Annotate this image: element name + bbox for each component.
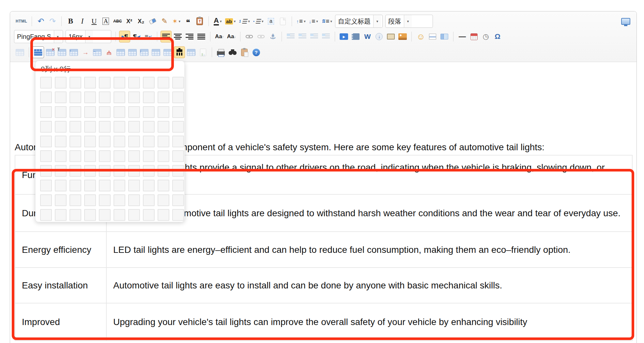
grid-cell[interactable] — [55, 194, 67, 206]
grid-cell[interactable] — [143, 106, 155, 118]
paragraph-spacing-before-button[interactable]: ↑≡▾ — [295, 15, 307, 27]
grid-cell[interactable] — [99, 209, 111, 221]
insert-video-button[interactable]: ▶ — [338, 31, 349, 42]
split-to-rows-button[interactable]: ↓ — [139, 46, 150, 58]
grid-cell[interactable] — [40, 136, 52, 147]
to-uppercase-button[interactable]: Aa↑ — [214, 31, 225, 42]
grid-cell[interactable] — [69, 77, 81, 89]
align-justify-button[interactable] — [196, 31, 207, 42]
grid-cell[interactable] — [40, 165, 52, 177]
grid-cell[interactable] — [128, 77, 140, 89]
grid-cell[interactable] — [114, 165, 125, 177]
feature-cell[interactable]: Energy efficiency — [15, 232, 106, 268]
insert-image-button[interactable] — [397, 31, 408, 42]
anchor-button[interactable]: ⚓ — [267, 31, 278, 42]
quote-block-button[interactable] — [297, 31, 308, 42]
grid-cell[interactable] — [40, 209, 52, 221]
font-color-button[interactable]: A▾ — [212, 15, 223, 27]
grid-cell[interactable] — [114, 77, 125, 89]
merge-cells-right-button[interactable] — [115, 46, 126, 58]
help-button[interactable]: ? — [251, 46, 262, 58]
grid-cell[interactable] — [158, 180, 169, 191]
grid-cell[interactable] — [40, 106, 52, 118]
align-right-button[interactable] — [184, 31, 195, 42]
grid-cell[interactable] — [55, 91, 67, 103]
grid-cell[interactable] — [143, 121, 155, 133]
delete-column-button[interactable]: Ψ — [103, 46, 115, 58]
grid-cell[interactable] — [128, 121, 140, 133]
grid-cell[interactable] — [99, 165, 111, 177]
blockquote-button[interactable]: ❝ — [182, 17, 193, 28]
underline-button[interactable]: U — [88, 15, 100, 27]
grid-cell[interactable] — [128, 150, 140, 162]
grid-cell[interactable] — [158, 136, 169, 147]
grid-cell[interactable] — [114, 180, 125, 191]
grid-cell[interactable] — [172, 180, 184, 191]
highlight-color-button[interactable]: ab▾ — [224, 15, 237, 27]
grid-cell[interactable] — [128, 194, 140, 206]
grid-cell[interactable] — [55, 150, 67, 162]
grid-cell[interactable] — [69, 150, 81, 162]
grid-cell[interactable] — [172, 150, 184, 162]
insert-column-button[interactable]: ← — [92, 46, 103, 58]
grid-cell[interactable] — [172, 121, 184, 133]
grid-cell[interactable] — [172, 91, 184, 103]
grid-cell[interactable] — [143, 194, 155, 206]
emoji-button[interactable]: ☺ — [415, 31, 426, 42]
grid-cell[interactable] — [99, 121, 111, 133]
grid-cell[interactable] — [55, 77, 67, 89]
grid-cell[interactable] — [128, 165, 140, 177]
grid-cell[interactable] — [84, 194, 96, 206]
split-cell-button[interactable] — [162, 46, 173, 58]
split-to-cols-button[interactable] — [150, 46, 161, 58]
new-page-button[interactable] — [277, 15, 288, 27]
redo-icon[interactable]: ↷ — [47, 15, 58, 27]
grid-cell[interactable] — [114, 121, 125, 133]
remove-format-button[interactable] — [147, 15, 158, 27]
grid-cell[interactable] — [128, 106, 140, 118]
grid-cell[interactable] — [114, 106, 125, 118]
grid-cell[interactable] — [84, 150, 96, 162]
word-paste-button[interactable] — [14, 46, 25, 58]
print-button[interactable] — [215, 46, 226, 58]
grid-cell[interactable] — [99, 194, 111, 206]
grid-cell[interactable] — [69, 136, 81, 147]
grid-cell[interactable] — [114, 91, 125, 103]
grid-cell[interactable] — [114, 194, 125, 206]
align-center-button[interactable] — [172, 31, 183, 42]
grid-cell[interactable] — [40, 180, 52, 191]
grid-cell[interactable] — [99, 136, 111, 147]
grid-cell[interactable] — [172, 106, 184, 118]
multi-column-button[interactable] — [439, 31, 450, 42]
indent-block-button[interactable] — [285, 31, 296, 42]
page-break-button[interactable] — [427, 31, 438, 42]
grid-cell[interactable] — [69, 106, 81, 118]
grid-cell[interactable] — [114, 136, 125, 147]
insert-date-button[interactable] — [468, 31, 480, 42]
italic-button[interactable]: I — [77, 15, 88, 27]
grid-cell[interactable] — [143, 150, 155, 162]
grid-cell[interactable] — [172, 194, 184, 206]
grid-cell[interactable] — [172, 165, 184, 177]
grid-cell[interactable] — [128, 136, 140, 147]
grid-cell[interactable] — [143, 180, 155, 191]
grid-cell[interactable] — [55, 136, 67, 147]
preview-board-button[interactable] — [239, 46, 250, 58]
special-character-button[interactable]: Ω — [492, 31, 503, 42]
font-size-select[interactable]: 16px▾ — [66, 30, 111, 43]
to-lowercase-button[interactable]: Aa↓ — [226, 31, 237, 42]
paragraph-format-select[interactable]: 段落▾ — [385, 15, 433, 28]
grid-cell[interactable] — [99, 106, 111, 118]
grid-cell[interactable] — [158, 194, 169, 206]
grid-cell[interactable] — [55, 106, 67, 118]
grid-cell[interactable] — [84, 136, 96, 147]
grid-cell[interactable] — [84, 180, 96, 191]
html-source-button[interactable]: HTML — [14, 15, 28, 27]
grid-cell[interactable] — [40, 194, 52, 206]
grid-cell[interactable] — [40, 91, 52, 103]
insert-chart-button[interactable] — [197, 46, 208, 58]
code-block-button[interactable] — [320, 31, 331, 42]
grid-cell[interactable] — [143, 91, 155, 103]
custom-title-select[interactable]: 自定义标题▾ — [335, 15, 383, 28]
text-wrap-button[interactable]: ≡↵ — [143, 31, 154, 42]
